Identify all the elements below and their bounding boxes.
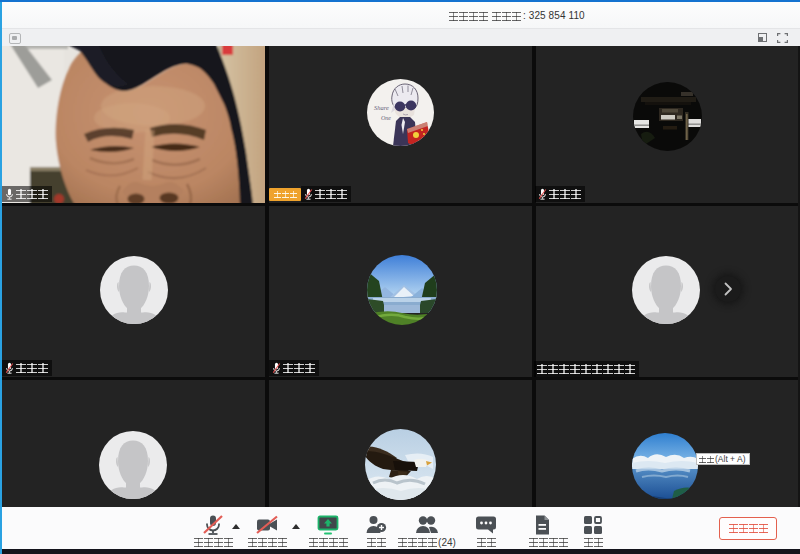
svg-text:One: One xyxy=(381,115,391,121)
svg-text:Share: Share xyxy=(374,104,389,111)
